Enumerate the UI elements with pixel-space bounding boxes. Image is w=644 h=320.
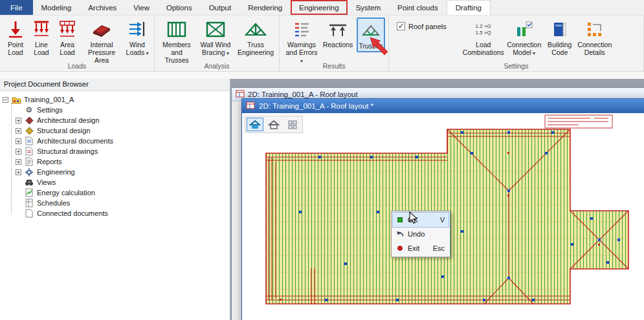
area-load-icon [58,19,76,41]
ribbon: Point Load Line Load Area Load Internal … [0,16,644,72]
tree-item-architectural-design[interactable]: + Architectural design [3,115,228,125]
tab-drafting[interactable]: Drafting [447,0,491,15]
sidebar-title: Project Document Browser [0,79,230,91]
view-model-button[interactable] [265,118,282,131]
truss-engineering-button[interactable]: Truss Engineering [236,17,276,58]
ribbon-group-label-loads: Loads [0,62,154,70]
engineering-icon [24,168,34,176]
line-load-button[interactable]: Line Load [29,17,54,58]
wind-loads-button[interactable]: Wind Loads [124,17,151,58]
trusses-button[interactable]: Trusses [357,17,385,52]
ribbon-gap [0,72,644,79]
tree-item-architectural-documents[interactable]: + Architectural documents [3,136,228,146]
window-icon [246,101,255,111]
window-icon [236,90,245,99]
tab-view[interactable]: View [125,0,158,15]
internal-pressure-area-icon [92,19,111,41]
tree-root[interactable]: − Training_001_A [3,94,228,105]
tree-children: ⚙ Settings + Architectural design + Stru… [3,105,228,219]
exit-icon [396,246,403,251]
tab-file[interactable]: File [0,0,33,15]
ribbon-group-label-settings: Settings [389,62,643,70]
reactions-icon [328,19,348,41]
members-and-trusses-button[interactable]: Members and Trusses [158,17,195,65]
undo-icon [396,231,403,238]
tree-item-structural-drawings[interactable]: + Structural drawings [3,146,228,156]
wall-wind-bracing-icon [206,19,225,41]
members-and-trusses-icon [167,19,186,41]
tab-archives[interactable]: Archives [80,0,125,15]
tree-item-structural-design[interactable]: + Structural design [3,125,228,136]
expand-expander[interactable]: + [16,128,21,134]
tree-item-energy-calculation[interactable]: Energy calculation [3,187,228,198]
building-code-icon [551,19,568,41]
drawing-window: 2D: Training_001_A - Roof layout * [241,98,644,320]
trusses-icon [362,20,380,42]
wind-loads-icon [128,19,146,41]
roof-panels-label: Roof panels [408,23,447,30]
tree-item-engineering[interactable]: + Engineering [3,167,228,177]
tree-item-schedules[interactable]: Schedules [3,198,228,208]
ribbon-group-loads: Point Load Line Load Area Load Internal … [0,16,155,71]
roof-panels-checkbox[interactable]: ✓ [397,22,405,30]
gear-icon: ⚙ [24,105,34,114]
tree-item-reports[interactable]: + Reports [3,156,228,167]
internal-pressure-area-button[interactable]: Internal Pressure Area [81,17,122,65]
main-content: Project Document Browser − Training_001_… [0,79,644,320]
structural-drawings-icon [24,147,34,156]
warnings-and-errors-icon [293,19,310,41]
tree-item-views[interactable]: Views [3,177,228,187]
view-2d-button[interactable] [247,118,263,131]
check-icon: ✓ [398,23,404,30]
area-load-button[interactable]: Area Load [55,17,80,58]
tree-item-connected-documents[interactable]: Connected documents [3,208,228,219]
expand-expander[interactable]: + [16,118,21,123]
load-combinations-button[interactable]: 1.2 ×G1.5 ×Q Load Combinations [463,17,504,58]
tab-system[interactable]: System [348,0,389,15]
menu-bar: File Modeling Archives View Options Outp… [0,0,644,16]
building-code-button[interactable]: Building Code [545,17,575,58]
drawing-label-box [545,115,612,128]
drawing-window-titlebar[interactable]: 2D: Training_001_A - Roof layout * [242,99,644,113]
background-window-title: 2D: Training_001_A - Roof layout [248,91,357,98]
connection-model-button[interactable]: Connection Model [505,17,544,58]
tab-modeling[interactable]: Modeling [33,0,80,15]
ribbon-group-results: Warnings and Errors Reactions Trusses Re… [280,16,389,71]
connection-details-icon [586,19,604,41]
expand-expander[interactable]: + [16,138,21,144]
point-load-button[interactable]: Point Load [3,17,28,58]
project-document-browser: Project Document Browser − Training_001_… [0,79,230,320]
tab-options[interactable]: Options [158,0,201,15]
view-grid-button[interactable] [284,118,301,131]
view-toolbar [245,116,303,133]
reactions-button[interactable]: Reactions [322,17,354,50]
roof-panels-toggle[interactable]: ✓ Roof panels [397,22,447,30]
collapse-expander[interactable]: − [3,97,8,103]
folder-icon [11,96,21,104]
warnings-and-errors-button[interactable]: Warnings and Errors [283,17,320,65]
line-load-icon [32,19,50,41]
truss-engineering-icon [245,19,267,41]
expand-expander[interactable]: + [16,159,21,165]
drawing-canvas-container: OK V Undo Exit Esc [242,113,644,320]
tab-engineering[interactable]: Engineering [291,0,347,15]
expand-expander[interactable]: + [16,149,21,155]
context-menu: OK V Undo Exit Esc [391,211,450,257]
wall-wind-bracing-button[interactable]: Wall Wind Bracing [197,17,234,58]
reports-icon [24,157,34,166]
ribbon-group-analysis: Members and Trusses Wall Wind Bracing Tr… [155,16,280,71]
tree-root-label: Training_001_A [24,96,74,103]
tree-item-settings[interactable]: ⚙ Settings [3,105,228,115]
tab-rendering[interactable]: Rendering [239,0,291,15]
connection-details-button[interactable]: Connection Details [576,17,614,58]
drawing-window-title: 2D: Training_001_A - Roof layout * [259,102,373,110]
tab-point-clouds[interactable]: Point clouds [389,0,447,15]
ribbon-group-settings: ✓ Roof panels 1.2 ×G1.5 ×Q Load Combinat… [389,16,644,71]
tab-output[interactable]: Output [201,0,240,15]
context-menu-item-undo[interactable]: Undo [393,227,449,241]
ribbon-group-label-results: Results [280,62,388,70]
context-menu-item-exit[interactable]: Exit Esc [393,241,449,255]
context-menu-item-ok[interactable]: OK V [393,213,449,227]
architectural-documents-icon [24,136,34,145]
expand-expander[interactable]: + [16,169,21,175]
